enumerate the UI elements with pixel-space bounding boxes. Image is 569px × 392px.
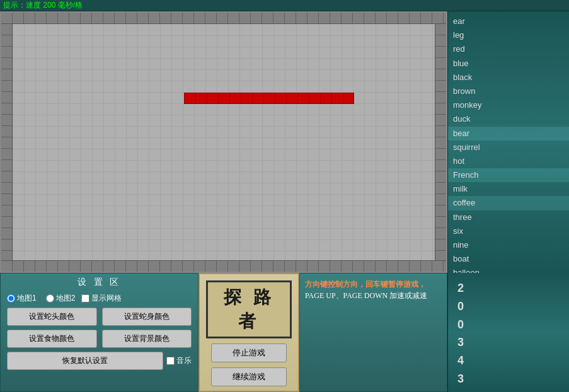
color-btn-row-1: 设置蛇头颜色 设置蛇身颜色 bbox=[4, 308, 195, 326]
instructions-panel: 方向键控制方向，回车键暂停游戏， PAGE UP、PAGE DOWN 加速或减速 bbox=[299, 273, 447, 392]
map1-radio-label[interactable]: 地图1 bbox=[7, 293, 37, 304]
set-snake-body-color-btn[interactable]: 设置蛇身颜色 bbox=[102, 308, 192, 326]
word-item[interactable]: six bbox=[448, 224, 569, 238]
score-digit: 3 bbox=[457, 370, 560, 388]
word-item[interactable]: ear bbox=[448, 14, 569, 28]
hint-text: 提示：速度 200 毫秒/格 bbox=[3, 0, 83, 11]
bottom-area: 设 置 区 地图1 地图2 显示网格 设置蛇头颜色 设置蛇身颜色 bbox=[0, 273, 569, 392]
border-right bbox=[435, 24, 446, 260]
continue-game-btn[interactable]: 继续游戏 bbox=[211, 367, 287, 386]
snake bbox=[184, 93, 354, 104]
word-item[interactable]: squirrel bbox=[448, 141, 569, 154]
word-item[interactable]: boat bbox=[448, 252, 569, 266]
score-panel: 20034351 bbox=[447, 273, 569, 392]
map2-radio-label[interactable]: 地图2 bbox=[46, 293, 76, 304]
word-item[interactable]: milk bbox=[448, 182, 569, 196]
word-list[interactable]: earlegredblueblackbrownmonkeyduckbearsqu… bbox=[447, 11, 569, 273]
word-item[interactable]: balloon bbox=[448, 266, 569, 273]
word-item[interactable]: coffee bbox=[448, 196, 569, 210]
restore-default-btn[interactable]: 恢复默认设置 bbox=[7, 352, 163, 370]
restore-music-row: 恢复默认设置 音乐 bbox=[4, 352, 195, 370]
word-item[interactable]: three bbox=[448, 210, 569, 224]
word-item[interactable]: red bbox=[448, 42, 569, 56]
word-item[interactable]: leg bbox=[448, 28, 569, 42]
settings-title: 设 置 区 bbox=[4, 277, 195, 288]
settings-panel: 设 置 区 地图1 地图2 显示网格 设置蛇头颜色 设置蛇身颜色 bbox=[0, 273, 198, 392]
game-canvas bbox=[0, 11, 447, 273]
top-bar: 提示：速度 200 毫秒/格 bbox=[0, 0, 569, 11]
show-grid-label[interactable]: 显示网格 bbox=[81, 293, 122, 304]
word-item[interactable]: nine bbox=[448, 238, 569, 252]
set-bg-color-btn[interactable]: 设置背景颜色 bbox=[102, 330, 192, 348]
word-item[interactable]: brown bbox=[448, 84, 569, 98]
main-area: earlegredblueblackbrownmonkeyduckbearsqu… bbox=[0, 11, 569, 273]
instructions-highlight: 方向键控制方向，回车键暂停游戏， bbox=[305, 280, 426, 289]
map2-radio[interactable] bbox=[46, 294, 54, 303]
word-item[interactable]: bear bbox=[448, 127, 569, 141]
explorer-panel: 探 路 者 停止游戏 继续游戏 开始新游戏 bbox=[198, 273, 299, 392]
word-item[interactable]: French bbox=[448, 168, 569, 182]
instructions-text: 方向键控制方向，回车键暂停游戏， PAGE UP、PAGE DOWN 加速或减速 bbox=[305, 279, 442, 301]
explorer-title: 探 路 者 bbox=[206, 280, 292, 338]
stop-game-btn[interactable]: 停止游戏 bbox=[211, 343, 287, 362]
word-item[interactable]: duck bbox=[448, 112, 569, 126]
map1-radio[interactable] bbox=[7, 294, 15, 303]
music-checkbox[interactable] bbox=[166, 357, 175, 365]
set-snake-head-color-btn[interactable]: 设置蛇头颜色 bbox=[7, 308, 97, 326]
word-item[interactable]: black bbox=[448, 71, 569, 84]
score-digit: 0 bbox=[457, 316, 560, 334]
border-left bbox=[1, 24, 13, 260]
map-radio-row: 地图1 地图2 显示网格 bbox=[4, 293, 195, 304]
word-item[interactable]: blue bbox=[448, 57, 569, 71]
map-radio-group: 地图1 地图2 bbox=[7, 293, 75, 304]
border-top bbox=[1, 13, 446, 24]
score-digit: 0 bbox=[457, 297, 560, 316]
score-digit: 4 bbox=[457, 352, 560, 370]
border-bottom bbox=[1, 260, 446, 272]
score-digit: 3 bbox=[457, 333, 560, 352]
word-item[interactable]: monkey bbox=[448, 98, 569, 112]
music-label[interactable]: 音乐 bbox=[166, 355, 192, 366]
color-btn-row-2: 设置食物颜色 设置背景颜色 bbox=[4, 330, 195, 348]
show-grid-checkbox[interactable] bbox=[81, 294, 89, 303]
score-digit: 5 bbox=[457, 388, 560, 392]
score-digit: 2 bbox=[457, 279, 560, 297]
set-food-color-btn[interactable]: 设置食物颜色 bbox=[7, 330, 97, 348]
word-item[interactable]: hot bbox=[448, 154, 569, 168]
